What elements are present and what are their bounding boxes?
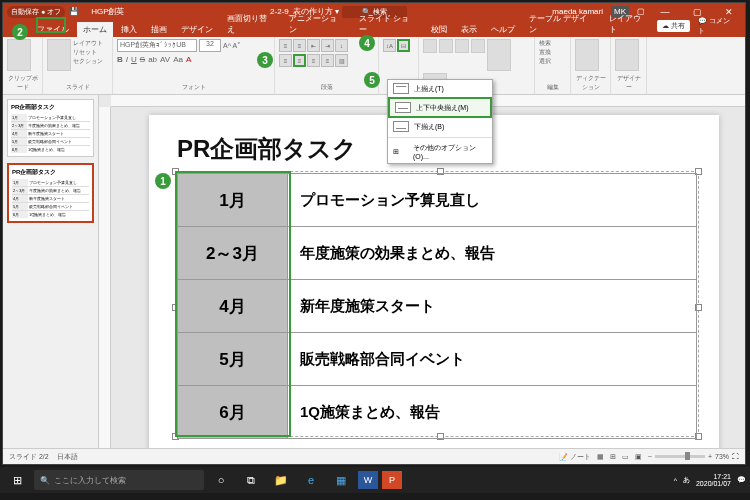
taskbar: ⊞ 🔍 ここに入力して検索 ○ ⧉ 📁 e ▦ W P ^ あ 17:21 20…: [0, 467, 750, 493]
tab-transitions[interactable]: 画面切り替え: [221, 11, 281, 37]
indent-inc-button[interactable]: ⇥: [321, 39, 334, 52]
align-top-item[interactable]: 上揃え(T): [388, 80, 492, 97]
clock-time[interactable]: 17:21: [696, 473, 731, 480]
comment-button[interactable]: 💬 コメント: [694, 15, 741, 37]
group-font: フォント: [117, 83, 270, 92]
autosave-toggle[interactable]: 自動保存 ● オフ: [7, 6, 65, 18]
slide[interactable]: PR企画部タスク 1月プロモーション予算見直し 2～3月年度施策の効果まとめ、報…: [149, 115, 719, 448]
group-dictation: ディクテーション: [575, 74, 606, 92]
notifications-icon[interactable]: 💬: [737, 476, 746, 484]
more-options-item[interactable]: ⊞その他のオプション(O)...: [388, 140, 492, 163]
zoom-level[interactable]: 73%: [715, 453, 729, 460]
taskview-button[interactable]: ⧉: [238, 469, 264, 491]
group-clipboard: クリップボード: [7, 74, 38, 92]
shape-oval-button[interactable]: [439, 39, 453, 53]
tab-layout[interactable]: レイアウト: [603, 11, 655, 37]
dictate-button[interactable]: [575, 39, 599, 71]
align-middle-item[interactable]: 上下中央揃え(M) 5: [388, 97, 492, 118]
tab-insert[interactable]: 挿入: [115, 22, 143, 37]
doc-dropdown[interactable]: HGP創英: [91, 6, 124, 17]
shape-rect-button[interactable]: [423, 39, 437, 53]
arrange-button[interactable]: [487, 39, 511, 71]
tray-up-icon[interactable]: ^: [674, 477, 677, 484]
tab-tabledesign[interactable]: テーブル デザイン: [523, 11, 601, 37]
zoom-out-button[interactable]: −: [648, 453, 652, 460]
callout-5: 5: [364, 72, 380, 88]
tab-draw[interactable]: 描画: [145, 22, 173, 37]
app-icon[interactable]: ▦: [328, 469, 354, 491]
underline-button[interactable]: U: [131, 55, 137, 64]
view-reading-button[interactable]: ▭: [622, 453, 629, 461]
align-center-h-button[interactable]: ≡: [293, 54, 306, 67]
tab-slideshow[interactable]: スライド ショー: [353, 11, 423, 37]
zoom-in-button[interactable]: +: [708, 453, 712, 460]
tab-help[interactable]: ヘルプ: [485, 22, 521, 37]
font-color-button[interactable]: A: [186, 55, 191, 64]
slide-counter: スライド 2/2: [9, 452, 49, 462]
clock-date[interactable]: 2020/01/07: [696, 480, 731, 487]
justify-button[interactable]: ≡: [321, 54, 334, 67]
group-editing: 編集: [539, 83, 566, 92]
view-slideshow-button[interactable]: ▣: [635, 453, 642, 461]
powerpoint-icon[interactable]: P: [382, 471, 402, 489]
callout-4: 4: [359, 35, 375, 51]
group-slides: スライド: [47, 83, 108, 92]
thumbnail-2[interactable]: PR企画部タスク 1月プロモーション予算見直し 2～3月年度施策の効果まとめ、報…: [7, 163, 94, 223]
bold-button[interactable]: B: [117, 55, 123, 64]
designer-button[interactable]: [615, 39, 639, 71]
word-icon[interactable]: W: [358, 471, 378, 489]
tab-file[interactable]: ファイル: [31, 22, 75, 37]
vertical-align-dropdown: 上揃え(T) 上下中央揃え(M) 5 下揃え(B) ⊞その他のオプション(O).…: [387, 79, 493, 164]
numbering-button[interactable]: ≡: [293, 39, 306, 52]
view-normal-button[interactable]: ▦: [597, 453, 604, 461]
notes-button[interactable]: 📝 ノート: [559, 452, 591, 462]
shape-arrow-button[interactable]: [455, 39, 469, 53]
slide-thumbnails: PR企画部タスク 1月プロモーション予算見直し 2～3月年度施策の効果まとめ、報…: [3, 95, 99, 448]
new-slide-button[interactable]: [47, 39, 71, 71]
cortana-button[interactable]: ○: [208, 469, 234, 491]
callout-2: 2: [12, 24, 28, 40]
taskbar-search[interactable]: 🔍 ここに入力して検索: [34, 470, 204, 490]
columns-button[interactable]: ▥: [335, 54, 348, 67]
bullets-button[interactable]: ≡: [279, 39, 292, 52]
indent-dec-button[interactable]: ⇤: [307, 39, 320, 52]
tab-review[interactable]: 校閲: [425, 22, 453, 37]
ruler-vertical: [99, 107, 111, 448]
view-sorter-button[interactable]: ⊞: [610, 453, 616, 461]
fit-window-button[interactable]: ⛶: [732, 453, 739, 460]
text-direction-button[interactable]: ↕A: [383, 39, 396, 52]
tab-home[interactable]: ホーム: [77, 22, 113, 37]
align-right-button[interactable]: ≡: [307, 54, 320, 67]
column-selection: [175, 171, 291, 437]
shape-line-button[interactable]: [471, 39, 485, 53]
statusbar: スライド 2/2 日本語 📝 ノート ▦ ⊞ ▭ ▣ − + 73% ⛶: [3, 448, 745, 464]
font-select[interactable]: HGP創英角ｺﾞｼｯｸUB: [117, 39, 197, 52]
slide-title[interactable]: PR企画部タスク: [177, 133, 357, 165]
callout-3: 3: [257, 52, 273, 68]
explorer-icon[interactable]: 📁: [268, 469, 294, 491]
ribbon: クリップボード レイアウトリセットセクション スライド HGP創英角ｺﾞｼｯｸU…: [3, 37, 745, 95]
align-vertical-button[interactable]: ⊟: [397, 39, 410, 52]
edge-icon[interactable]: e: [298, 469, 324, 491]
ime-icon[interactable]: あ: [683, 475, 690, 485]
callout-1: 1: [155, 173, 171, 189]
tab-design[interactable]: デザイン: [175, 22, 219, 37]
zoom-slider[interactable]: [655, 455, 705, 458]
tab-animations[interactable]: アニメーション: [283, 11, 351, 37]
thumbnail-1[interactable]: PR企画部タスク 1月プロモーション予算見直し 2～3月年度施策の効果まとめ、報…: [7, 99, 94, 157]
italic-button[interactable]: I: [126, 55, 128, 64]
paste-button[interactable]: [7, 39, 31, 71]
language-indicator[interactable]: 日本語: [57, 452, 78, 462]
align-bottom-item[interactable]: 下揃え(B): [388, 118, 492, 135]
ribbon-tabs: 2 ファイル ホーム 挿入 描画 デザイン 画面切り替え アニメーション スライ…: [3, 20, 745, 37]
align-left-button[interactable]: ≡: [279, 54, 292, 67]
group-designer: デザイナー: [615, 74, 642, 92]
share-button[interactable]: ☁ 共有: [657, 20, 690, 32]
line-spacing-button[interactable]: ↕: [335, 39, 348, 52]
group-paragraph: 段落: [279, 83, 374, 92]
strike-button[interactable]: S: [140, 55, 145, 64]
fontsize-select[interactable]: 32: [199, 39, 221, 52]
save-icon[interactable]: 💾: [69, 7, 79, 16]
tab-view[interactable]: 表示: [455, 22, 483, 37]
start-button[interactable]: ⊞: [4, 469, 30, 491]
